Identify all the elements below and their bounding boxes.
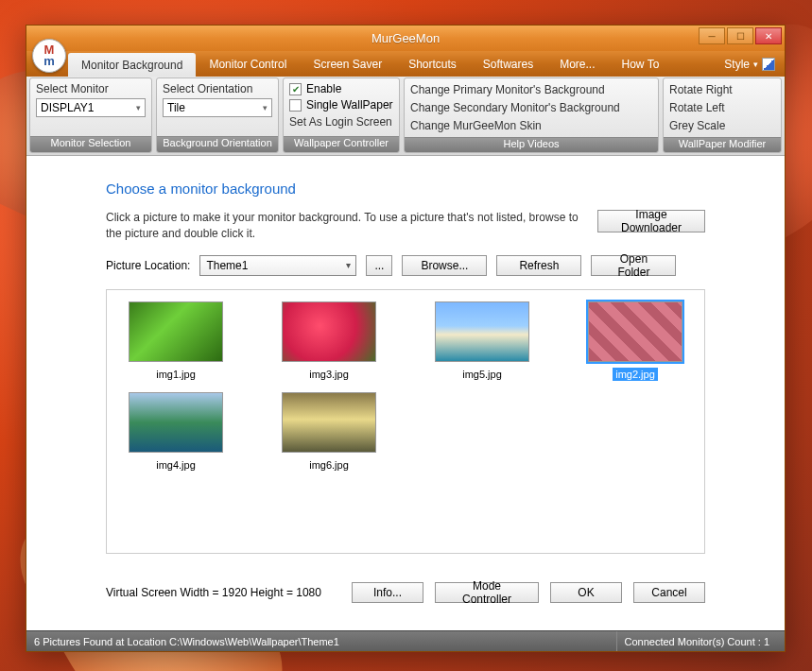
- mode-controller-button[interactable]: Mode Controller: [435, 582, 539, 603]
- group-title: Background Orientation: [157, 136, 278, 152]
- thumbnail-filename: img4.jpg: [153, 458, 199, 472]
- tab-screen-saver[interactable]: Screen Saver: [300, 51, 395, 77]
- thumbnail-item[interactable]: img6.jpg: [277, 392, 381, 472]
- tab-how-to[interactable]: How To: [609, 51, 673, 77]
- window-title: MurGeeMon: [26, 31, 785, 45]
- thumbnail-grid: img1.jpgimg3.jpgimg5.jpgimg2.jpgimg4.jpg…: [106, 289, 705, 554]
- single-wallpaper-checkbox[interactable]: Single WallPaper: [289, 98, 393, 112]
- virtual-screen-text: Virtual Screen Width = 1920 Height = 108…: [106, 586, 321, 599]
- thumbnail-image: [129, 301, 223, 362]
- thumbnail-filename: img5.jpg: [459, 368, 505, 381]
- thumbnail-item[interactable]: img5.jpg: [430, 301, 534, 381]
- image-downloader-button[interactable]: Image Downloader: [597, 210, 705, 232]
- select-orientation-combo[interactable]: Tile: [163, 98, 272, 117]
- rotate-left-link[interactable]: Rotate Left: [669, 100, 775, 115]
- app-window: MurGeeMon ─ ☐ ✕ Mm Monitor Background Mo…: [26, 25, 786, 652]
- browse-button[interactable]: Browse...: [402, 255, 487, 276]
- thumbnail-filename: img3.jpg: [306, 368, 352, 381]
- help-skin-link[interactable]: Change MurGeeMon Skin: [410, 118, 652, 133]
- tab-monitor-background[interactable]: Monitor Background: [68, 53, 196, 77]
- tab-bar: Mm Monitor Background Monitor Control Sc…: [26, 51, 785, 77]
- group-monitor-selection: Select Monitor DISPLAY1 Monitor Selectio…: [29, 77, 152, 153]
- minimize-button[interactable]: ─: [699, 27, 725, 44]
- maximize-button[interactable]: ☐: [727, 27, 753, 44]
- close-button[interactable]: ✕: [755, 27, 782, 44]
- style-swatch-icon: [762, 58, 775, 71]
- titlebar[interactable]: MurGeeMon ─ ☐ ✕: [26, 26, 785, 51]
- group-title: Monitor Selection: [30, 136, 151, 152]
- tab-shortcuts[interactable]: Shortcuts: [395, 51, 470, 77]
- group-help-videos: Change Primary Monitor's Background Chan…: [404, 77, 659, 153]
- thumbnail-item[interactable]: img2.jpg: [583, 301, 687, 381]
- group-wallpaper-controller: ✔Enable Single WallPaper Set As Login Sc…: [283, 77, 400, 153]
- thumbnail-filename: img6.jpg: [306, 458, 352, 472]
- thumbnail-filename: img2.jpg: [613, 368, 658, 381]
- thumbnail-image: [435, 301, 529, 362]
- cancel-button[interactable]: Cancel: [633, 582, 705, 603]
- thumbnail-image: [129, 392, 223, 453]
- thumbnail-item[interactable]: img1.jpg: [124, 301, 228, 381]
- help-primary-bg-link[interactable]: Change Primary Monitor's Background: [410, 82, 652, 97]
- thumbnail-item[interactable]: img4.jpg: [124, 392, 228, 472]
- info-button[interactable]: Info...: [352, 582, 423, 603]
- rotate-right-link[interactable]: Rotate Right: [669, 82, 775, 97]
- picture-location-select[interactable]: Theme1: [199, 255, 356, 276]
- select-monitor-label: Select Monitor: [36, 82, 146, 95]
- thumbnail-filename: img1.jpg: [153, 368, 199, 381]
- thumbnail-item[interactable]: img3.jpg: [277, 301, 381, 381]
- ellipsis-button[interactable]: ...: [366, 255, 392, 276]
- thumbnail-image: [282, 301, 376, 362]
- group-orientation: Select Orientation Tile Background Orien…: [156, 77, 279, 153]
- page-heading: Choose a monitor background: [106, 181, 705, 197]
- instructions-text: Click a picture to make it your monitor …: [106, 210, 588, 242]
- status-left: 6 Pictures Found at Location C:\Windows\…: [34, 636, 339, 647]
- content-area: Choose a monitor background Click a pict…: [26, 156, 785, 630]
- ribbon: Select Monitor DISPLAY1 Monitor Selectio…: [26, 77, 785, 156]
- thumbnail-image: [588, 301, 682, 362]
- grey-scale-link[interactable]: Grey Scale: [669, 118, 775, 133]
- open-folder-button[interactable]: Open Folder: [591, 255, 676, 276]
- status-right: Connected Monitor(s) Count : 1: [616, 631, 777, 651]
- group-title: WallPaper Modifier: [664, 137, 781, 152]
- tab-softwares[interactable]: Softwares: [470, 51, 546, 77]
- ok-button[interactable]: OK: [550, 582, 622, 603]
- style-menu[interactable]: Style ▾: [715, 51, 785, 77]
- enable-checkbox[interactable]: ✔Enable: [289, 82, 393, 95]
- picture-location-label: Picture Location:: [106, 259, 190, 272]
- help-secondary-bg-link[interactable]: Change Secondary Monitor's Background: [410, 100, 652, 115]
- select-orientation-label: Select Orientation: [163, 82, 272, 95]
- tab-more[interactable]: More...: [546, 51, 608, 77]
- group-title: Wallpaper Controller: [284, 136, 399, 152]
- tab-monitor-control[interactable]: Monitor Control: [196, 51, 300, 77]
- style-menu-label: Style: [724, 58, 750, 71]
- group-title: Help Videos: [405, 137, 658, 152]
- refresh-button[interactable]: Refresh: [496, 255, 581, 276]
- group-wallpaper-modifier: Rotate Right Rotate Left Grey Scale Wall…: [663, 77, 782, 153]
- set-login-screen-link[interactable]: Set As Login Screen: [289, 114, 393, 129]
- chevron-down-icon: ▾: [753, 60, 758, 69]
- select-monitor-combo[interactable]: DISPLAY1: [36, 98, 146, 117]
- thumbnail-image: [282, 392, 376, 453]
- app-logo[interactable]: Mm: [32, 39, 66, 73]
- status-bar: 6 Pictures Found at Location C:\Windows\…: [26, 630, 785, 651]
